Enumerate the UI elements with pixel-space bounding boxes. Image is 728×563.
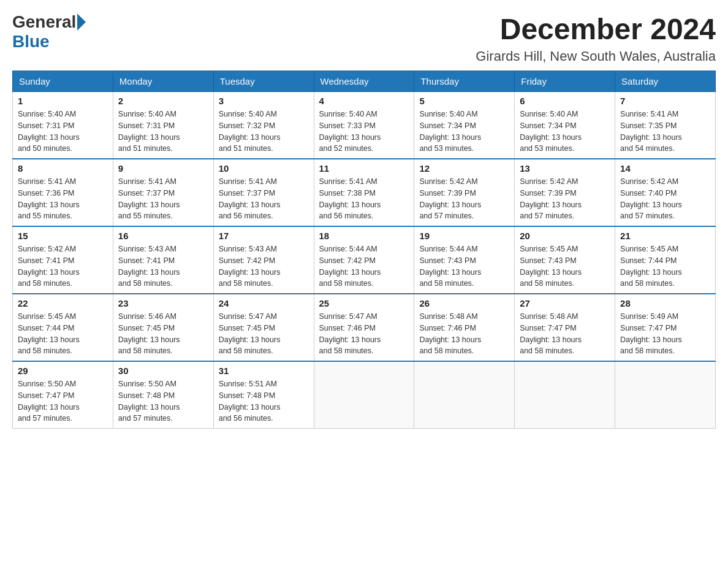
calendar-cell: 31 Sunrise: 5:51 AM Sunset: 7:48 PM Dayl… bbox=[213, 361, 314, 429]
day-info: Sunrise: 5:41 AM Sunset: 7:37 PM Dayligh… bbox=[118, 176, 208, 222]
day-number: 29 bbox=[18, 366, 108, 376]
calendar-header-wednesday: Wednesday bbox=[314, 71, 414, 92]
logo-arrow-icon bbox=[77, 13, 86, 31]
day-info: Sunrise: 5:40 AM Sunset: 7:31 PM Dayligh… bbox=[18, 109, 108, 155]
day-number: 31 bbox=[219, 366, 309, 376]
day-info: Sunrise: 5:41 AM Sunset: 7:35 PM Dayligh… bbox=[620, 109, 710, 155]
calendar-cell: 20 Sunrise: 5:45 AM Sunset: 7:43 PM Dayl… bbox=[515, 226, 615, 294]
calendar-cell bbox=[414, 361, 515, 429]
day-number: 11 bbox=[319, 163, 409, 174]
calendar-cell: 7 Sunrise: 5:41 AM Sunset: 7:35 PM Dayli… bbox=[615, 92, 716, 159]
calendar-cell bbox=[615, 361, 716, 429]
calendar-cell: 14 Sunrise: 5:42 AM Sunset: 7:40 PM Dayl… bbox=[615, 159, 716, 226]
day-number: 13 bbox=[520, 163, 610, 174]
day-number: 1 bbox=[18, 96, 108, 106]
calendar-cell: 18 Sunrise: 5:44 AM Sunset: 7:42 PM Dayl… bbox=[314, 226, 414, 294]
day-info: Sunrise: 5:41 AM Sunset: 7:36 PM Dayligh… bbox=[18, 176, 108, 222]
calendar-table: SundayMondayTuesdayWednesdayThursdayFrid… bbox=[12, 71, 716, 429]
calendar-cell: 23 Sunrise: 5:46 AM Sunset: 7:45 PM Dayl… bbox=[113, 294, 213, 361]
day-number: 26 bbox=[419, 298, 509, 308]
day-info: Sunrise: 5:47 AM Sunset: 7:45 PM Dayligh… bbox=[219, 311, 309, 357]
day-number: 5 bbox=[419, 96, 509, 106]
calendar-cell: 25 Sunrise: 5:47 AM Sunset: 7:46 PM Dayl… bbox=[314, 294, 414, 361]
calendar-header-saturday: Saturday bbox=[615, 71, 716, 92]
day-info: Sunrise: 5:40 AM Sunset: 7:34 PM Dayligh… bbox=[419, 109, 509, 155]
calendar-cell bbox=[515, 361, 615, 429]
calendar-header-sunday: Sunday bbox=[13, 71, 113, 92]
day-info: Sunrise: 5:44 AM Sunset: 7:42 PM Dayligh… bbox=[319, 243, 409, 289]
day-info: Sunrise: 5:45 AM Sunset: 7:44 PM Dayligh… bbox=[620, 243, 710, 289]
calendar-cell: 1 Sunrise: 5:40 AM Sunset: 7:31 PM Dayli… bbox=[13, 92, 113, 159]
day-number: 3 bbox=[219, 96, 309, 106]
calendar-cell: 8 Sunrise: 5:41 AM Sunset: 7:36 PM Dayli… bbox=[13, 159, 113, 226]
month-title: December 2024 bbox=[476, 12, 716, 46]
day-number: 18 bbox=[319, 231, 409, 241]
day-number: 4 bbox=[319, 96, 409, 106]
day-number: 23 bbox=[118, 298, 208, 308]
day-info: Sunrise: 5:45 AM Sunset: 7:44 PM Dayligh… bbox=[18, 311, 108, 357]
calendar-cell: 24 Sunrise: 5:47 AM Sunset: 7:45 PM Dayl… bbox=[213, 294, 314, 361]
calendar-cell bbox=[314, 361, 414, 429]
calendar-cell: 26 Sunrise: 5:48 AM Sunset: 7:46 PM Dayl… bbox=[414, 294, 515, 361]
day-number: 14 bbox=[620, 163, 710, 174]
calendar-cell: 22 Sunrise: 5:45 AM Sunset: 7:44 PM Dayl… bbox=[13, 294, 113, 361]
day-info: Sunrise: 5:40 AM Sunset: 7:33 PM Dayligh… bbox=[319, 109, 409, 155]
calendar-header-row: SundayMondayTuesdayWednesdayThursdayFrid… bbox=[13, 71, 716, 92]
day-info: Sunrise: 5:48 AM Sunset: 7:46 PM Dayligh… bbox=[419, 311, 509, 357]
calendar-cell: 5 Sunrise: 5:40 AM Sunset: 7:34 PM Dayli… bbox=[414, 92, 515, 159]
day-number: 27 bbox=[520, 298, 610, 308]
day-info: Sunrise: 5:42 AM Sunset: 7:41 PM Dayligh… bbox=[18, 243, 108, 289]
calendar-header-thursday: Thursday bbox=[414, 71, 515, 92]
day-number: 8 bbox=[18, 163, 108, 174]
calendar-cell: 17 Sunrise: 5:43 AM Sunset: 7:42 PM Dayl… bbox=[213, 226, 314, 294]
day-number: 9 bbox=[118, 163, 208, 174]
calendar-cell: 6 Sunrise: 5:40 AM Sunset: 7:34 PM Dayli… bbox=[515, 92, 615, 159]
day-number: 17 bbox=[219, 231, 309, 241]
day-number: 22 bbox=[18, 298, 108, 308]
day-number: 2 bbox=[118, 96, 208, 106]
day-info: Sunrise: 5:43 AM Sunset: 7:41 PM Dayligh… bbox=[118, 243, 208, 289]
calendar-cell: 21 Sunrise: 5:45 AM Sunset: 7:44 PM Dayl… bbox=[615, 226, 716, 294]
day-number: 30 bbox=[118, 366, 208, 376]
day-info: Sunrise: 5:42 AM Sunset: 7:39 PM Dayligh… bbox=[520, 176, 610, 222]
logo: General Blue bbox=[12, 12, 87, 52]
day-info: Sunrise: 5:41 AM Sunset: 7:38 PM Dayligh… bbox=[319, 176, 409, 222]
day-number: 24 bbox=[219, 298, 309, 308]
calendar-header-tuesday: Tuesday bbox=[213, 71, 314, 92]
calendar-cell: 15 Sunrise: 5:42 AM Sunset: 7:41 PM Dayl… bbox=[13, 226, 113, 294]
day-info: Sunrise: 5:45 AM Sunset: 7:43 PM Dayligh… bbox=[520, 243, 610, 289]
calendar-cell: 11 Sunrise: 5:41 AM Sunset: 7:38 PM Dayl… bbox=[314, 159, 414, 226]
calendar-cell: 10 Sunrise: 5:41 AM Sunset: 7:37 PM Dayl… bbox=[213, 159, 314, 226]
day-number: 12 bbox=[419, 163, 509, 174]
day-number: 15 bbox=[18, 231, 108, 241]
calendar-cell: 12 Sunrise: 5:42 AM Sunset: 7:39 PM Dayl… bbox=[414, 159, 515, 226]
logo-general-text: General bbox=[12, 12, 76, 32]
day-info: Sunrise: 5:50 AM Sunset: 7:48 PM Dayligh… bbox=[118, 378, 208, 424]
calendar-cell: 28 Sunrise: 5:49 AM Sunset: 7:47 PM Dayl… bbox=[615, 294, 716, 361]
calendar-cell: 16 Sunrise: 5:43 AM Sunset: 7:41 PM Dayl… bbox=[113, 226, 213, 294]
day-number: 10 bbox=[219, 163, 309, 174]
day-number: 21 bbox=[620, 231, 710, 241]
calendar-cell: 19 Sunrise: 5:44 AM Sunset: 7:43 PM Dayl… bbox=[414, 226, 515, 294]
day-number: 28 bbox=[620, 298, 710, 308]
calendar-cell: 13 Sunrise: 5:42 AM Sunset: 7:39 PM Dayl… bbox=[515, 159, 615, 226]
day-info: Sunrise: 5:40 AM Sunset: 7:32 PM Dayligh… bbox=[219, 109, 309, 155]
day-info: Sunrise: 5:49 AM Sunset: 7:47 PM Dayligh… bbox=[620, 311, 710, 357]
day-info: Sunrise: 5:41 AM Sunset: 7:37 PM Dayligh… bbox=[219, 176, 309, 222]
calendar-cell: 9 Sunrise: 5:41 AM Sunset: 7:37 PM Dayli… bbox=[113, 159, 213, 226]
day-info: Sunrise: 5:51 AM Sunset: 7:48 PM Dayligh… bbox=[219, 378, 309, 424]
day-info: Sunrise: 5:44 AM Sunset: 7:43 PM Dayligh… bbox=[419, 243, 509, 289]
day-number: 6 bbox=[520, 96, 610, 106]
logo-blue-text: Blue bbox=[12, 32, 50, 51]
day-number: 16 bbox=[118, 231, 208, 241]
calendar-cell: 3 Sunrise: 5:40 AM Sunset: 7:32 PM Dayli… bbox=[213, 92, 314, 159]
day-info: Sunrise: 5:40 AM Sunset: 7:34 PM Dayligh… bbox=[520, 109, 610, 155]
day-number: 20 bbox=[520, 231, 610, 241]
day-info: Sunrise: 5:42 AM Sunset: 7:40 PM Dayligh… bbox=[620, 176, 710, 222]
day-info: Sunrise: 5:46 AM Sunset: 7:45 PM Dayligh… bbox=[118, 311, 208, 357]
calendar-cell: 29 Sunrise: 5:50 AM Sunset: 7:47 PM Dayl… bbox=[13, 361, 113, 429]
day-number: 25 bbox=[319, 298, 409, 308]
day-info: Sunrise: 5:47 AM Sunset: 7:46 PM Dayligh… bbox=[319, 311, 409, 357]
title-block: December 2024 Girards Hill, New South Wa… bbox=[476, 12, 716, 64]
page-header: General Blue December 2024 Girards Hill,… bbox=[12, 12, 716, 64]
